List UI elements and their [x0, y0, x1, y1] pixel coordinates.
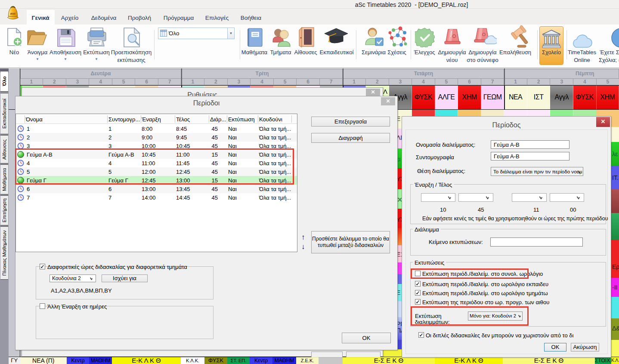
svg-text:asc: asc [10, 12, 16, 15]
